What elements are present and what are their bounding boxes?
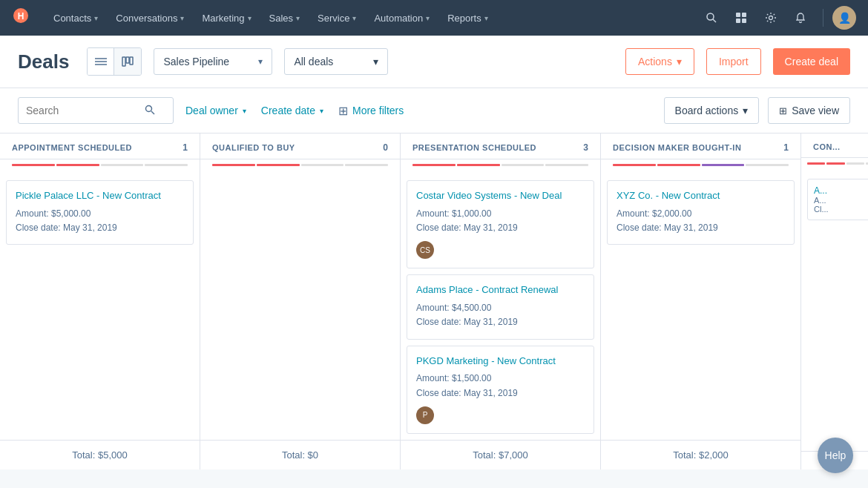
- partial-progress-bar-1: [826, 162, 844, 165]
- column-header: APPOINTMENT SCHEDULED 1: [0, 133, 200, 159]
- col-title: QUALIFIED TO BUY: [212, 143, 377, 152]
- partial-deal-card[interactable]: A... A... Cl...: [807, 179, 868, 220]
- progress-bar-2: [101, 164, 144, 166]
- progress-bar-0: [613, 164, 656, 166]
- col-cards: Costar Video Systems - New Deal Amount: …: [401, 174, 600, 440]
- search-icon-btn[interactable]: [698, 4, 725, 31]
- deal-card[interactable]: Costar Video Systems - New Deal Amount: …: [407, 180, 594, 268]
- save-view-button[interactable]: ⊞ Save view: [768, 97, 850, 124]
- main-content: Deals Sales Pipeline ▾ All deals ▾ Actio…: [0, 36, 868, 488]
- list-view-btn[interactable]: [88, 48, 114, 75]
- nav-sales[interactable]: Sales ▾: [260, 0, 309, 36]
- notifications-icon-btn[interactable]: [787, 4, 814, 31]
- deals-filter-chevron-icon: ▾: [373, 56, 378, 67]
- deal-close-date: Close date: May 31, 2019: [617, 221, 785, 235]
- import-button[interactable]: Import: [706, 48, 761, 75]
- progress-bar-0: [412, 164, 456, 166]
- marketing-chevron-icon: ▾: [248, 14, 251, 22]
- col-count: 0: [383, 142, 388, 153]
- col-count: 1: [183, 142, 188, 153]
- progress-bar-2: [502, 164, 545, 166]
- reports-chevron-icon: ▾: [484, 14, 488, 22]
- col-progress-bars: [200, 159, 400, 174]
- progress-bar-3: [545, 164, 588, 166]
- col-count: 3: [583, 142, 588, 153]
- deal-card[interactable]: XYZ Co. - New Contract Amount: $2,000.00…: [607, 180, 795, 245]
- col-progress-bars: [401, 159, 600, 174]
- board-view-btn[interactable]: [114, 48, 141, 75]
- nav-reports[interactable]: Reports ▾: [438, 0, 497, 36]
- deals-filter-selector[interactable]: All deals ▾: [284, 48, 388, 75]
- col-cards: Pickle Palace LLC - New Contract Amount:…: [0, 174, 200, 440]
- nav-items: Contacts ▾ Conversations ▾ Marketing ▾ S…: [45, 0, 698, 36]
- col-total: Total: $5,000: [0, 440, 200, 469]
- kanban-scroll[interactable]: APPOINTMENT SCHEDULED 1 Pickle Palace LL…: [0, 133, 868, 488]
- help-button[interactable]: Help: [818, 438, 853, 473]
- deal-card[interactable]: Adams Place - Contract Renewal Amount: $…: [407, 274, 594, 339]
- col-cards: [200, 174, 400, 440]
- nav-conversations[interactable]: Conversations ▾: [107, 0, 193, 36]
- nav-service[interactable]: Service ▾: [309, 0, 365, 36]
- col-count: 1: [783, 142, 789, 153]
- nav-contacts[interactable]: Contacts ▾: [45, 0, 107, 36]
- partial-col-title: CON...: [813, 142, 841, 151]
- pipeline-selector[interactable]: Sales Pipeline ▾: [154, 48, 272, 75]
- deal-card[interactable]: PKGD Marketing - New Contract Amount: $1…: [407, 346, 594, 434]
- marketplace-icon-btn[interactable]: [728, 4, 754, 31]
- progress-bar-1: [257, 164, 300, 166]
- hubspot-logo[interactable]: H: [12, 7, 30, 29]
- partial-deal-amount: A...: [814, 196, 868, 205]
- deal-close-date: Close date: May 31, 2019: [416, 386, 585, 400]
- deal-amount: Amount: $1,500.00: [416, 372, 585, 386]
- svg-rect-12: [122, 57, 125, 66]
- deal-avatar: CS: [416, 241, 434, 259]
- actions-button[interactable]: Actions ▾: [625, 48, 694, 75]
- col-title: PRESENTATION SCHEDULED: [412, 143, 577, 152]
- progress-bar-1: [657, 164, 700, 166]
- deal-owner-filter[interactable]: Deal owner ▾: [183, 97, 249, 124]
- svg-rect-7: [742, 19, 746, 23]
- search-box[interactable]: [18, 97, 174, 124]
- filter-icon: ⊞: [338, 104, 348, 118]
- deal-owner-chevron-icon: ▾: [243, 107, 246, 115]
- kanban-col-presentation-scheduled: PRESENTATION SCHEDULED 3 Costar Video Sy…: [401, 133, 601, 469]
- deal-name: Pickle Palace LLC - New Contract: [16, 190, 184, 202]
- svg-point-8: [769, 16, 773, 20]
- service-chevron-icon: ▾: [352, 14, 356, 22]
- deal-card[interactable]: Pickle Palace LLC - New Contract Amount:…: [6, 180, 194, 245]
- deal-close-date: Close date: May 31, 2019: [416, 315, 585, 329]
- col-title: DECISION MAKER BOUGHT-IN: [613, 143, 777, 152]
- save-view-icon: ⊞: [779, 105, 787, 116]
- user-avatar[interactable]: 👤: [832, 6, 856, 30]
- partial-progress-bars: [801, 158, 868, 173]
- progress-bar-3: [145, 164, 188, 166]
- more-filters-btn[interactable]: ⊞ More filters: [335, 97, 407, 124]
- kanban-col-appointment-scheduled: APPOINTMENT SCHEDULED 1 Pickle Palace LL…: [0, 133, 200, 469]
- svg-line-16: [151, 111, 154, 114]
- col-progress-bars: [601, 159, 800, 174]
- conversations-chevron-icon: ▾: [180, 14, 184, 22]
- pipeline-chevron-icon: ▾: [258, 56, 263, 67]
- automation-chevron-icon: ▾: [426, 14, 430, 22]
- nav-marketing[interactable]: Marketing ▾: [193, 0, 260, 36]
- svg-point-15: [146, 105, 152, 111]
- page-header: Deals Sales Pipeline ▾ All deals ▾ Actio…: [0, 36, 868, 88]
- board-actions-button[interactable]: Board actions ▾: [664, 97, 760, 124]
- svg-rect-6: [736, 19, 740, 23]
- create-date-filter[interactable]: Create date ▾: [258, 97, 326, 124]
- col-total: Total: $7,000: [401, 440, 600, 469]
- nav-automation[interactable]: Automation ▾: [365, 0, 438, 36]
- column-header: DECISION MAKER BOUGHT-IN 1: [601, 133, 800, 159]
- col-total: Total: $0: [200, 440, 400, 469]
- progress-bar-2: [301, 164, 344, 166]
- svg-text:H: H: [18, 11, 24, 22]
- create-deal-button[interactable]: Create deal: [773, 48, 850, 75]
- partial-progress-bar-0: [807, 162, 825, 165]
- settings-icon-btn[interactable]: [757, 4, 784, 31]
- search-input[interactable]: [26, 105, 145, 116]
- progress-bar-1: [457, 164, 500, 166]
- view-toggle: [87, 47, 142, 76]
- contacts-chevron-icon: ▾: [94, 14, 98, 22]
- deal-name: Adams Place - Contract Renewal: [416, 284, 585, 297]
- kanban-board: APPOINTMENT SCHEDULED 1 Pickle Palace LL…: [0, 133, 868, 469]
